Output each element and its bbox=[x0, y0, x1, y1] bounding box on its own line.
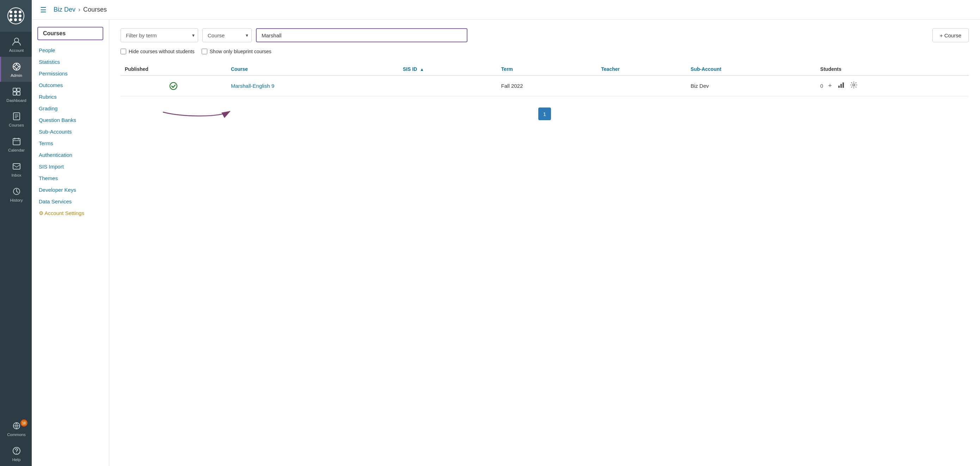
svg-rect-19 bbox=[13, 164, 20, 169]
checkbox-row: Hide courses without students Show only … bbox=[121, 49, 969, 54]
breadcrumb-separator: › bbox=[78, 6, 80, 13]
svg-rect-9 bbox=[13, 92, 16, 95]
filter-row: Filter by term ▾ Course ▾ + Course bbox=[121, 28, 969, 42]
col-published[interactable]: Published bbox=[121, 63, 227, 76]
hide-no-students-text: Hide courses without students bbox=[129, 49, 194, 54]
blueprint-only-checkbox[interactable] bbox=[202, 49, 207, 54]
sidebar-link-developer-keys[interactable]: Developer Keys bbox=[32, 184, 109, 196]
search-input[interactable] bbox=[256, 28, 468, 42]
logo-dot bbox=[14, 14, 17, 17]
history-icon bbox=[12, 186, 22, 196]
breadcrumb: Biz Dev › Courses bbox=[54, 6, 107, 13]
admin-icon bbox=[12, 62, 22, 72]
add-course-button[interactable]: + Course bbox=[932, 28, 969, 42]
calendar-icon bbox=[12, 137, 22, 146]
sub-account-cell: Biz Dev bbox=[686, 76, 816, 96]
main-area: ☰ Biz Dev › Courses Courses People Stati… bbox=[32, 0, 980, 466]
svg-rect-26 bbox=[838, 86, 840, 88]
account-icon bbox=[12, 37, 22, 46]
sidebar-item-commons[interactable]: 10 Commons bbox=[0, 416, 32, 441]
col-term[interactable]: Term bbox=[497, 63, 597, 76]
breadcrumb-current: Courses bbox=[83, 6, 107, 13]
published-cell bbox=[121, 76, 227, 96]
course-name-cell: Marshall-English 9 bbox=[227, 76, 399, 96]
logo-dot bbox=[19, 14, 22, 17]
sidebar-link-people[interactable]: People bbox=[32, 45, 109, 56]
sidebar-item-label: Courses bbox=[9, 123, 24, 128]
sidebar-link-data-services[interactable]: Data Services bbox=[32, 196, 109, 207]
col-sub-account[interactable]: Sub-Account bbox=[686, 63, 816, 76]
sidebar-link-authentication[interactable]: Authentication bbox=[32, 149, 109, 161]
courses-icon bbox=[12, 111, 22, 121]
sidebar-link-grading[interactable]: Grading bbox=[32, 103, 109, 114]
logo-dot bbox=[14, 11, 17, 13]
sidebar-item-history[interactable]: History bbox=[0, 181, 32, 207]
svg-point-2 bbox=[15, 65, 18, 68]
sidebar-item-dashboard[interactable]: Dashboard bbox=[0, 82, 32, 107]
sidebar-item-account[interactable]: Account bbox=[0, 32, 32, 57]
commons-icon bbox=[12, 421, 22, 431]
sidebar-link-themes[interactable]: Themes bbox=[32, 172, 109, 184]
sidebar-link-sis-import[interactable]: SIS Import bbox=[32, 161, 109, 172]
col-students[interactable]: Students bbox=[816, 63, 969, 76]
pagination: 1 bbox=[121, 108, 969, 120]
sidebar-link-outcomes[interactable]: Outcomes bbox=[32, 79, 109, 91]
table-row: Marshall-English 9 Fall 2022 Biz Dev 0 + bbox=[121, 76, 969, 96]
help-icon bbox=[12, 446, 22, 456]
courses-table: Published Course SIS ID ▲ Term Teacher S… bbox=[121, 63, 969, 96]
sidebar-item-label: Admin bbox=[11, 73, 22, 78]
table-header-row: Published Course SIS ID ▲ Term Teacher S… bbox=[121, 63, 969, 76]
stats-button[interactable] bbox=[837, 81, 845, 91]
col-teacher[interactable]: Teacher bbox=[597, 63, 686, 76]
blueprint-only-label[interactable]: Show only blueprint courses bbox=[202, 49, 271, 54]
sidebar-item-help[interactable]: Help bbox=[0, 441, 32, 466]
page-1-button[interactable]: 1 bbox=[538, 108, 551, 120]
sidebar-item-label: Account bbox=[9, 48, 24, 53]
sidebar-item-inbox[interactable]: Inbox bbox=[0, 156, 32, 181]
sis-id-cell bbox=[399, 76, 497, 96]
sidebar-item-admin[interactable]: Admin bbox=[0, 57, 32, 82]
blueprint-only-text: Show only blueprint courses bbox=[210, 49, 271, 54]
sidebar-item-calendar[interactable]: Calendar bbox=[0, 132, 32, 156]
sidebar-link-permissions[interactable]: Permissions bbox=[32, 68, 109, 79]
top-bar: ☰ Biz Dev › Courses bbox=[32, 0, 980, 20]
col-sis-id[interactable]: SIS ID ▲ bbox=[399, 63, 497, 76]
sidebar-item-label: Commons bbox=[7, 433, 25, 437]
course-link[interactable]: Marshall-English 9 bbox=[231, 83, 274, 89]
table-actions: 0 + bbox=[820, 81, 964, 91]
sidebar-item-courses[interactable]: Courses bbox=[0, 107, 32, 132]
sidebar-link-terms[interactable]: Terms bbox=[32, 137, 109, 149]
sidebar-link-account-settings[interactable]: ⚙ Account Settings bbox=[32, 207, 109, 219]
svg-rect-7 bbox=[13, 88, 16, 91]
logo-dot bbox=[19, 11, 22, 13]
courses-button[interactable]: Courses bbox=[37, 27, 103, 40]
sidebar-item-label: Calendar bbox=[8, 148, 25, 153]
hamburger-icon[interactable]: ☰ bbox=[40, 6, 46, 14]
breadcrumb-parent-link[interactable]: Biz Dev bbox=[54, 6, 75, 13]
col-course[interactable]: Course bbox=[227, 63, 399, 76]
students-cell: 0 + bbox=[816, 76, 969, 96]
svg-point-25 bbox=[170, 83, 177, 89]
add-enrollment-button[interactable]: + bbox=[827, 81, 833, 90]
logo-dot bbox=[14, 18, 17, 21]
search-input-wrap bbox=[256, 28, 468, 42]
sidebar-item-label: Inbox bbox=[11, 173, 21, 178]
sidebar-link-statistics[interactable]: Statistics bbox=[32, 56, 109, 68]
term-filter-select[interactable]: Filter by term bbox=[121, 28, 198, 42]
type-filter-select[interactable]: Course bbox=[202, 28, 252, 42]
sidebar-link-sub-accounts[interactable]: Sub-Accounts bbox=[32, 126, 109, 137]
svg-point-29 bbox=[853, 84, 855, 86]
hide-no-students-checkbox[interactable] bbox=[121, 49, 126, 54]
sidebar-link-question-banks[interactable]: Question Banks bbox=[32, 114, 109, 126]
sidebar-link-rubrics[interactable]: Rubrics bbox=[32, 91, 109, 103]
table-container: Published Course SIS ID ▲ Term Teacher S… bbox=[121, 63, 969, 96]
sidebar-item-label: Help bbox=[12, 458, 21, 463]
published-icon bbox=[125, 82, 223, 90]
hide-no-students-label[interactable]: Hide courses without students bbox=[121, 49, 194, 54]
settings-button[interactable] bbox=[850, 81, 858, 91]
svg-rect-8 bbox=[17, 88, 20, 91]
main-content: Filter by term ▾ Course ▾ + Course bbox=[109, 20, 980, 466]
type-filter-wrap: Course ▾ bbox=[202, 28, 252, 42]
logo-dot bbox=[10, 18, 12, 21]
logo-icon bbox=[7, 7, 24, 24]
